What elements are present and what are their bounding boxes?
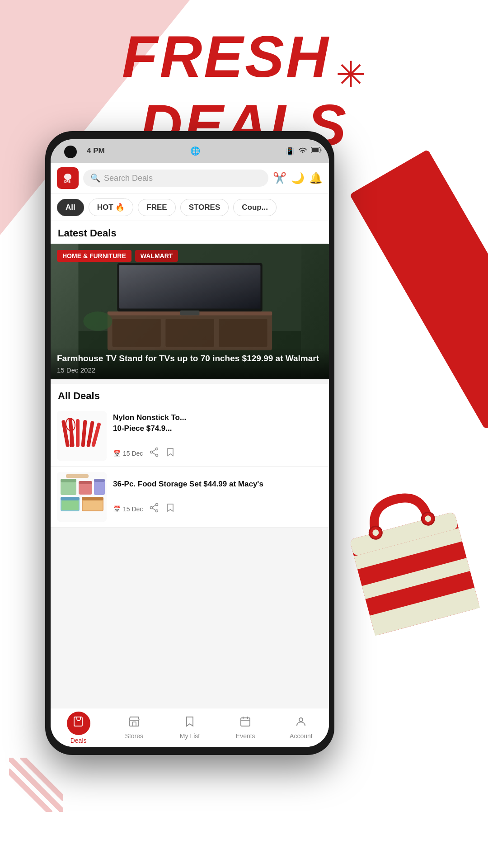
deal-item-2[interactable]: 36-Pc. Food Storage Set $44.99 at Macy's… — [51, 467, 329, 528]
status-icons: 📳 — [286, 146, 322, 156]
svg-rect-39 — [61, 479, 76, 482]
phone-frame: 4 PM 🌐 📳 — [45, 131, 334, 755]
svg-rect-50 — [130, 720, 139, 726]
latest-deals-title: Latest Deals — [51, 221, 329, 244]
svg-point-16 — [83, 311, 112, 331]
tag-home-furniture: HOME & FURNITURE — [57, 250, 131, 262]
tab-coupons[interactable]: Coup... — [233, 199, 277, 216]
deal-title-1: Nylon Nonstick To...10-Piece $74.9... — [113, 412, 323, 434]
svg-line-49 — [153, 509, 156, 511]
stores-label: Stores — [125, 732, 143, 740]
deal-info-2: 36-Pc. Food Storage Set $44.99 at Macy's… — [113, 479, 323, 515]
svg-line-30 — [153, 453, 156, 455]
deal-actions-1 — [149, 447, 175, 459]
svg-rect-43 — [94, 479, 105, 482]
svg-line-29 — [153, 449, 156, 452]
sparkle-icon: ✳ — [336, 54, 366, 96]
deal-image-1 — [57, 411, 107, 461]
nav-deals[interactable]: Deals — [51, 712, 106, 744]
scissors-icon[interactable]: ✂️ — [273, 172, 286, 184]
svg-rect-41 — [79, 481, 92, 484]
app-logo: DFB — [57, 167, 79, 189]
bell-icon[interactable]: 🔔 — [309, 172, 323, 184]
deal-date-1: 📅 15 Dec — [113, 450, 143, 457]
featured-deal-date: 15 Dec 2022 — [57, 366, 323, 374]
deal-info-1: Nylon Nonstick To...10-Piece $74.9... 📅 … — [113, 412, 323, 460]
all-deals-title: All Deals — [51, 384, 329, 406]
all-deals-section: All Deals — [51, 384, 329, 528]
tab-free[interactable]: FREE — [138, 199, 175, 216]
featured-deal-card[interactable]: HOME & FURNITURE WALMART Farmhouse TV St… — [51, 244, 329, 379]
featured-info: Farmhouse TV Stand for TVs up to 70 inch… — [51, 348, 329, 379]
moon-icon[interactable]: 🌙 — [291, 172, 305, 184]
deals-icon — [73, 716, 84, 731]
tab-hot[interactable]: HOT 🔥 — [89, 198, 134, 216]
scroll-content: Latest Deals — [51, 221, 329, 708]
svg-rect-37 — [83, 500, 103, 510]
battery-icon — [311, 147, 322, 155]
search-icon: 🔍 — [90, 173, 100, 183]
filter-tabs: All HOT 🔥 FREE STORES Coup... — [51, 194, 329, 221]
search-bar[interactable]: 🔍 Search Deals — [83, 170, 268, 187]
deal-actions-2 — [149, 503, 175, 515]
svg-rect-51 — [132, 722, 136, 726]
svg-line-66 — [9, 758, 63, 812]
deal-date-2: 📅 15 Dec — [113, 505, 143, 513]
featured-deal-title: Farmhouse TV Stand for TVs up to 70 inch… — [57, 353, 323, 364]
svg-point-46 — [156, 510, 158, 512]
search-placeholder: Search Deals — [104, 174, 153, 183]
svg-point-47 — [150, 507, 153, 509]
my-list-icon — [184, 716, 196, 731]
bookmark-icon-1[interactable] — [165, 447, 175, 459]
svg-rect-15 — [180, 311, 200, 316]
svg-point-56 — [299, 718, 303, 722]
app-header: DFB 🔍 Search Deals ✂️ 🌙 🔔 — [51, 163, 329, 194]
share-icon-2[interactable] — [149, 503, 159, 515]
calendar-icon-1: 📅 — [113, 450, 121, 457]
account-label: Account — [290, 732, 313, 740]
svg-point-26 — [156, 448, 158, 450]
svg-rect-34 — [61, 500, 79, 510]
tab-stores[interactable]: STORES — [180, 199, 229, 216]
shopping-bag-decoration — [331, 474, 488, 647]
svg-rect-44 — [66, 474, 89, 478]
deals-label: Deals — [70, 737, 87, 744]
deal-title-2: 36-Pc. Food Storage Set $44.99 at Macy's — [113, 479, 323, 490]
svg-rect-20 — [76, 419, 80, 447]
nav-account[interactable]: Account — [273, 716, 329, 740]
wifi-icon — [298, 146, 307, 156]
events-icon — [239, 716, 251, 731]
svg-rect-14 — [119, 265, 261, 308]
tag-walmart: WALMART — [135, 250, 178, 262]
tab-all[interactable]: All — [57, 199, 84, 216]
latest-deals-section: Latest Deals — [51, 221, 329, 379]
svg-point-45 — [156, 504, 158, 506]
deal-item-1[interactable]: Nylon Nonstick To...10-Piece $74.9... 📅 … — [51, 406, 329, 467]
stores-icon — [128, 716, 140, 731]
svg-point-28 — [150, 451, 153, 453]
status-globe-icon: 🌐 — [190, 146, 200, 156]
bookmark-icon-2[interactable] — [165, 503, 175, 515]
share-icon-1[interactable] — [149, 447, 159, 459]
svg-rect-11 — [219, 319, 267, 347]
deal-image-2 — [57, 472, 107, 522]
nav-events[interactable]: Events — [218, 716, 273, 740]
nav-stores[interactable]: Stores — [106, 716, 162, 740]
calendar-icon-2: 📅 — [113, 505, 121, 513]
featured-tags: HOME & FURNITURE WALMART — [57, 250, 178, 262]
svg-line-48 — [153, 505, 156, 508]
header-icons: ✂️ 🌙 🔔 — [273, 172, 323, 184]
phone-screen: 4 PM 🌐 📳 — [51, 139, 329, 747]
svg-rect-1 — [312, 148, 319, 152]
account-icon — [295, 716, 307, 731]
cross-lines-deco — [9, 758, 63, 814]
deal-meta-2: 📅 15 Dec — [113, 503, 323, 515]
events-label: Events — [236, 732, 255, 740]
svg-rect-10 — [165, 319, 214, 347]
svg-rect-36 — [82, 497, 103, 500]
status-bar: 4 PM 🌐 📳 — [51, 139, 329, 163]
bg-red-slash-1 — [349, 149, 488, 429]
svg-text:DFB: DFB — [64, 180, 70, 183]
nav-my-list[interactable]: My List — [162, 716, 217, 740]
svg-rect-52 — [241, 718, 250, 726]
